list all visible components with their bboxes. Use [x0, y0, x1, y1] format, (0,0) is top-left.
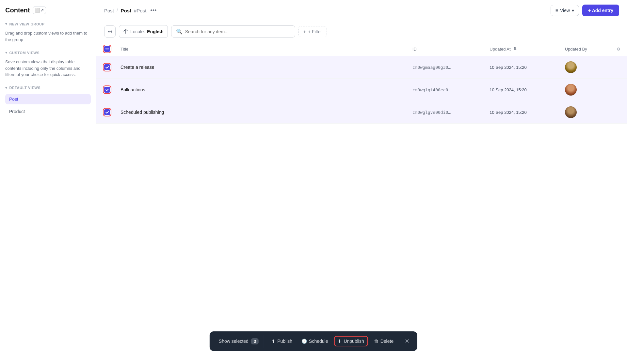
table-header-row: Title ID Updated At ⇅ Updated By — [96, 42, 627, 56]
sidebar: Content ⬜↗ ▾ NEW VIEW GROUP Drag and dro… — [0, 0, 96, 364]
search-input[interactable] — [185, 29, 290, 34]
filter-icon: + — [303, 29, 306, 34]
show-selected-section: Show selected 3 — [215, 337, 263, 346]
row-updated-at: 10 Sep 2024, 15:20 — [484, 101, 559, 124]
header-checkbox-cell[interactable] — [96, 42, 115, 56]
custom-views-title: ▾ CUSTOM VIEWS — [5, 51, 91, 55]
close-action-bar-button[interactable]: ✕ — [402, 336, 412, 346]
row-title: Bulk actions — [115, 79, 407, 101]
chevron-down-icon: ▾ — [5, 22, 8, 26]
breadcrumb-hash: #Post — [134, 8, 146, 13]
row-settings — [611, 56, 627, 79]
more-options-icon[interactable]: ••• — [149, 7, 158, 15]
content-table: Title ID Updated At ⇅ Updated By — [96, 42, 627, 124]
show-selected-label: Show selected — [219, 339, 249, 344]
row-checkbox[interactable] — [104, 64, 110, 70]
chevron-down-icon-4: ▾ — [572, 8, 574, 13]
breadcrumb-post-light: Post — [104, 8, 114, 13]
table-row[interactable]: Bulk actions cm0wglqt400ec0… 10 Sep 2024… — [96, 79, 627, 101]
breadcrumb-post-bold: Post — [121, 8, 131, 13]
row-title: Create a release — [115, 56, 407, 79]
delete-button[interactable]: 🗑 Delete — [371, 337, 397, 346]
header-updated-by: Updated By — [560, 42, 611, 56]
row-updated-by — [560, 56, 611, 79]
row-id: cm0wglqt400ec0… — [407, 79, 485, 101]
filter-button[interactable]: + + Filter — [298, 26, 327, 37]
sidebar-item-post[interactable]: Post — [5, 94, 91, 104]
row-settings — [611, 101, 627, 124]
delete-icon: 🗑 — [374, 339, 378, 344]
row-checkbox-cell[interactable] — [96, 79, 115, 101]
sort-icon: ⇅ — [513, 47, 517, 51]
header-settings[interactable]: ⚙ — [611, 42, 627, 56]
avatar — [565, 61, 577, 73]
locale-button[interactable]: 个 Locale: English — [119, 25, 168, 38]
avatar — [565, 84, 577, 96]
row-checkbox[interactable] — [104, 87, 110, 93]
schedule-button[interactable]: 🕑 Schedule — [298, 337, 331, 346]
row-checkbox-cell[interactable] — [96, 56, 115, 79]
filterbar: ↤ 个 Locale: English 🔍 + + Filter — [96, 21, 627, 42]
row-updated-by — [560, 79, 611, 101]
settings-icon[interactable]: ⚙ — [617, 47, 620, 52]
search-box[interactable]: 🔍 — [171, 25, 295, 38]
topbar: Post / Post #Post ••• ≡ View ▾ + Add ent… — [96, 0, 627, 21]
avatar — [565, 106, 577, 118]
default-views-section: ▾ DEFAULT VIEWS Post Product — [5, 86, 91, 117]
sidebar-item-product[interactable]: Product — [5, 106, 91, 117]
new-view-group-section: ▾ NEW VIEW GROUP Drag and drop custom vi… — [5, 22, 91, 43]
new-view-group-desc: Drag and drop custom views to add them t… — [5, 30, 91, 43]
table-container: Title ID Updated At ⇅ Updated By — [96, 42, 627, 364]
new-view-group-title: ▾ NEW VIEW GROUP — [5, 22, 91, 26]
collapse-icon: ↤ — [108, 29, 112, 34]
main-content: Post / Post #Post ••• ≡ View ▾ + Add ent… — [96, 0, 627, 364]
row-checkbox[interactable] — [104, 109, 110, 115]
app-title-section: Content ⬜↗ — [5, 7, 91, 14]
translate-icon: 个 — [123, 28, 128, 35]
table-row[interactable]: Scheduled publishing cm0wglgve00di0… 10 … — [96, 101, 627, 124]
row-settings — [611, 79, 627, 101]
row-title: Scheduled publishing — [115, 101, 407, 124]
default-views-title: ▾ DEFAULT VIEWS — [5, 86, 91, 90]
header-id: ID — [407, 42, 485, 56]
unpublish-icon: ⬇ — [338, 339, 342, 344]
view-icon: ≡ — [555, 8, 558, 13]
close-icon: ✕ — [405, 338, 410, 344]
custom-views-desc: Save custom views that display table con… — [5, 59, 91, 78]
chevron-down-icon-3: ▾ — [5, 86, 8, 90]
add-entry-button[interactable]: + Add entry — [582, 5, 619, 16]
row-updated-by — [560, 101, 611, 124]
app-title: Content — [5, 7, 30, 14]
row-updated-at: 10 Sep 2024, 15:20 — [484, 79, 559, 101]
publish-button[interactable]: ⬆ Publish — [268, 337, 296, 346]
schedule-icon: 🕑 — [301, 339, 307, 344]
publish-icon: ⬆ — [271, 339, 275, 344]
publish-section: ⬆ Publish 🕑 Schedule ⬇ Unpublish 🗑 Delet… — [264, 335, 401, 348]
header-title: Title — [115, 42, 407, 56]
topbar-right: ≡ View ▾ + Add entry — [551, 5, 619, 16]
custom-views-section: ▾ CUSTOM VIEWS Save custom views that di… — [5, 51, 91, 78]
row-updated-at: 10 Sep 2024, 15:20 — [484, 56, 559, 79]
collapse-button[interactable]: ↤ — [104, 25, 116, 38]
select-all-checkbox[interactable] — [104, 46, 110, 52]
table-row[interactable]: Create a release cm0wgmaag00g30… 10 Sep … — [96, 56, 627, 79]
row-checkbox-cell[interactable] — [96, 101, 115, 124]
chevron-down-icon-2: ▾ — [5, 51, 8, 55]
export-icon[interactable]: ⬜↗ — [33, 7, 46, 14]
row-id: cm0wgmaag00g30… — [407, 56, 485, 79]
view-button[interactable]: ≡ View ▾ — [551, 5, 579, 16]
search-icon: 🔍 — [176, 28, 183, 35]
selected-count-badge: 3 — [251, 338, 259, 344]
row-id: cm0wglgve00di0… — [407, 101, 485, 124]
unpublish-button[interactable]: ⬇ Unpublish — [334, 336, 368, 346]
table-body: Create a release cm0wgmaag00g30… 10 Sep … — [96, 56, 627, 124]
action-bar: Show selected 3 ⬆ Publish 🕑 Schedule ⬇ U… — [210, 331, 417, 351]
header-updated-at[interactable]: Updated At ⇅ — [484, 42, 559, 56]
topbar-left: Post / Post #Post ••• — [104, 7, 158, 15]
